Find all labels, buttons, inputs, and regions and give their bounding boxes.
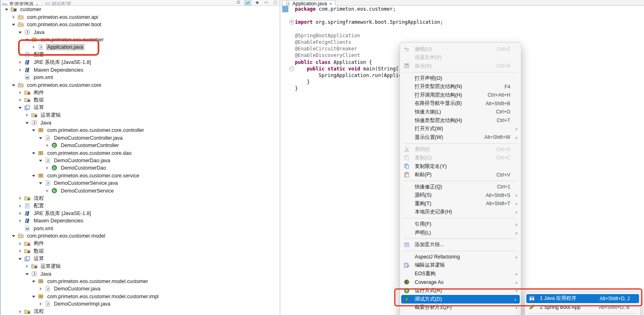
menu-item[interactable]: 打开声明(O) bbox=[400, 74, 521, 83]
expand-chevron-icon[interactable] bbox=[25, 272, 30, 276]
expand-chevron-icon[interactable] bbox=[18, 105, 23, 110]
expand-chevron-icon[interactable] bbox=[5, 7, 9, 12]
tree-item[interactable]: com.primeton.eos.customer.model.customer… bbox=[1, 293, 280, 300]
tree-item[interactable]: CDemoCustomerDao bbox=[1, 164, 280, 172]
expand-chevron-icon[interactable] bbox=[39, 301, 43, 306]
menu-item[interactable]: 快速大纲(L)Ctrl+O bbox=[400, 108, 521, 116]
tree-item[interactable]: Mpom.xml bbox=[1, 74, 280, 81]
expand-chevron-icon[interactable] bbox=[18, 52, 23, 57]
tree-item[interactable]: 数据 bbox=[1, 96, 280, 104]
menu-item[interactable]: 2 Spring Boot AppAlt+Shift+D, B bbox=[525, 303, 640, 312]
tree-item[interactable]: Maven Dependencies bbox=[1, 217, 280, 224]
tree-item[interactable]: com.primeton.eos.customer bbox=[1, 36, 280, 43]
expand-chevron-icon[interactable] bbox=[32, 128, 37, 133]
menu-item[interactable]: 声明(L)› bbox=[400, 229, 521, 237]
menu-item[interactable]: EOS重构› bbox=[400, 270, 521, 278]
tree-item[interactable]: com.primeton.eos.customer.model bbox=[1, 232, 280, 240]
expand-chevron-icon[interactable] bbox=[25, 120, 30, 125]
minimize-icon[interactable]: ▭ bbox=[263, 0, 269, 5]
tree-item[interactable]: JJava bbox=[1, 119, 280, 127]
tree-item[interactable]: 流程 bbox=[1, 308, 280, 315]
tree-item[interactable]: com.primeton.eos.customer.model.customer bbox=[1, 278, 280, 285]
expand-chevron-icon[interactable] bbox=[18, 196, 23, 201]
tree-item[interactable]: customer bbox=[1, 6, 280, 13]
tree-item[interactable]: 配置 bbox=[1, 202, 280, 209]
expand-chevron-icon[interactable] bbox=[32, 294, 37, 299]
close-icon[interactable]: ✕ bbox=[35, 3, 39, 6]
tree-item[interactable]: JDemoCustomer.java bbox=[1, 285, 280, 292]
menu-item[interactable]: 显示位置(W)Alt+Shift+W› bbox=[400, 133, 521, 142]
tree-item[interactable]: 数据 bbox=[1, 247, 280, 255]
expand-chevron-icon[interactable] bbox=[45, 143, 50, 148]
tree-item[interactable]: JJava bbox=[1, 28, 280, 36]
expand-chevron-icon[interactable] bbox=[39, 181, 43, 186]
expand-chevron-icon[interactable] bbox=[45, 165, 50, 170]
tree-item[interactable]: Maven Dependencies bbox=[1, 66, 280, 74]
expand-chevron-icon[interactable] bbox=[32, 173, 37, 178]
expand-chevron-icon[interactable] bbox=[32, 151, 37, 156]
expand-chevron-icon[interactable] bbox=[25, 264, 30, 269]
tree-item[interactable]: JDemoCustomerImpl.java bbox=[1, 300, 280, 308]
tree-item[interactable]: JDemoCustomerService.java bbox=[1, 179, 280, 187]
expand-chevron-icon[interactable] bbox=[39, 158, 43, 163]
tree-item[interactable]: JApplication.java bbox=[1, 43, 280, 51]
menu-item[interactable]: 撤销(U)Ctrl+Z bbox=[400, 45, 521, 54]
expand-chevron-icon[interactable] bbox=[11, 15, 16, 20]
expand-chevron-icon[interactable] bbox=[32, 279, 37, 284]
expand-chevron-icon[interactable] bbox=[32, 45, 37, 50]
tree-item[interactable]: com.primeton.eos.customer.boot bbox=[1, 21, 280, 28]
expand-chevron-icon[interactable] bbox=[11, 22, 16, 27]
expand-chevron-icon[interactable] bbox=[18, 30, 23, 35]
tree-item[interactable]: 运算 bbox=[1, 104, 280, 111]
tree-item[interactable]: com.primeton.eos.customer.core bbox=[1, 81, 280, 88]
filter-icon[interactable]: ◆ bbox=[254, 0, 260, 5]
tree-item[interactable]: Mpom.xml bbox=[1, 225, 280, 232]
tree-item[interactable]: JDemoCustomerDao.java bbox=[1, 157, 280, 164]
tree-item[interactable]: com.primeton.eos.customer.core.service bbox=[1, 172, 280, 179]
menu-item[interactable]: 保存(S)Ctrl+S bbox=[400, 62, 521, 70]
expand-chevron-icon[interactable] bbox=[25, 113, 30, 118]
tree-item[interactable]: com.primeton.eos.customer.core.dao bbox=[1, 149, 280, 156]
expand-chevron-icon[interactable] bbox=[18, 60, 23, 65]
expand-chevron-icon[interactable] bbox=[18, 249, 23, 254]
collapse-all-icon[interactable]: ⊟ bbox=[235, 0, 241, 5]
expand-chevron-icon[interactable] bbox=[18, 97, 23, 102]
expand-chevron-icon[interactable] bbox=[11, 83, 16, 88]
menu-item[interactable]: 还原文件(V) bbox=[400, 54, 521, 62]
menu-item[interactable]: J1 Java 应用程序Alt+Shift+D, J bbox=[526, 294, 639, 303]
collapse-fold-icon[interactable]: − bbox=[289, 66, 294, 71]
menu-item[interactable]: 引用(F)› bbox=[400, 220, 521, 229]
menu-item[interactable]: 运行方式(R)› bbox=[400, 286, 521, 295]
menu-item[interactable]: 打开调用层次结构(H)Ctrl+Alt+H bbox=[400, 91, 521, 100]
tree-item[interactable]: CDemoCustomerService bbox=[1, 187, 280, 195]
menu-item[interactable]: 快速类型层次结构(H)Ctrl+T bbox=[400, 116, 521, 125]
expand-chevron-icon[interactable] bbox=[18, 68, 23, 73]
link-with-editor-icon[interactable]: ⇄ bbox=[244, 0, 251, 5]
expand-fold-icon[interactable]: + bbox=[289, 20, 294, 25]
tree-item[interactable]: 运算逻辑 bbox=[1, 263, 280, 270]
menu-item[interactable]: 重构(T)Alt+Shift+T› bbox=[400, 199, 521, 208]
tab-simulation-config[interactable]: 模拟配置 bbox=[43, 2, 74, 6]
tree-item[interactable]: JRE 系统库 [JavaSE-1.8] bbox=[1, 59, 280, 66]
tree-item[interactable]: JDemoCustomerController.java bbox=[1, 134, 280, 141]
menu-item[interactable]: 在路径导航中显示(B)Alt+Shift+B bbox=[400, 100, 521, 108]
menu-item[interactable]: 添加至片段... bbox=[400, 240, 521, 249]
menu-item[interactable]: 打开方式(W)› bbox=[400, 125, 521, 133]
menu-item[interactable]: AspectJ Refactoring› bbox=[400, 253, 521, 261]
expand-chevron-icon[interactable] bbox=[18, 211, 23, 216]
menu-item[interactable]: 编辑运算逻辑 bbox=[400, 261, 521, 270]
menu-item[interactable]: 剪切(t)Ctrl+X bbox=[400, 145, 521, 154]
tree-item[interactable]: CDemoCustomerController bbox=[1, 142, 280, 149]
expand-chevron-icon[interactable] bbox=[18, 256, 23, 261]
tree-item[interactable]: 流程 bbox=[1, 195, 280, 202]
menu-item[interactable]: 源码(S)Alt+Shift+S› bbox=[400, 191, 521, 200]
editor-tab-application-java[interactable]: J Application.java ✕ bbox=[282, 0, 336, 6]
tree-item[interactable]: 运算逻辑 bbox=[1, 111, 280, 119]
tree-item[interactable]: 运算 bbox=[1, 255, 280, 262]
menu-item[interactable]: 粘贴(P)Ctrl+V bbox=[400, 170, 521, 179]
tree-item[interactable]: com.primeton.eos.customer.core.controlle… bbox=[1, 127, 280, 134]
expand-chevron-icon[interactable] bbox=[25, 37, 30, 42]
menu-item[interactable]: 复制(C)Ctrl+C bbox=[400, 154, 521, 162]
tree-item[interactable]: JJava bbox=[1, 270, 280, 277]
expand-chevron-icon[interactable] bbox=[18, 241, 23, 246]
